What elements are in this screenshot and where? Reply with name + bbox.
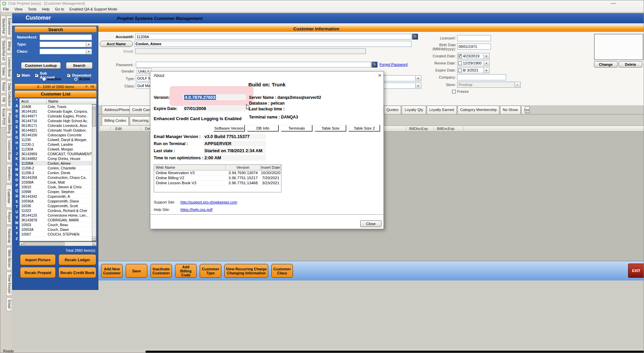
freeze-checkbox[interactable]: Freeze — [452, 89, 469, 93]
tab-billing-codes[interactable]: Billing Codes — [102, 116, 129, 126]
type-select[interactable]: ▼ — [40, 42, 92, 47]
alpha-u[interactable]: U — [16, 211, 18, 214]
customer-row[interactable]: 36144821Colorado Youth Outdoor. — [20, 128, 92, 133]
forgot-password-link[interactable]: Forgot Password — [379, 62, 407, 66]
toolbar-customer-type[interactable]: Customer Type — [200, 264, 221, 278]
customer-row[interactable]: 10998Cooper, Stephen — [20, 189, 92, 194]
checkbox-icon[interactable] — [35, 74, 39, 77]
gender-select[interactable]: Unkr ▼ — [137, 68, 151, 74]
alpha-a[interactable]: A — [16, 104, 18, 108]
alpha-t[interactable]: T — [16, 205, 18, 209]
customer-row[interactable]: 11208AConlon, Aimee — [20, 161, 92, 166]
alpha-o[interactable]: O — [16, 179, 18, 182]
radio-icon[interactable] — [42, 77, 46, 81]
scroll-right-icon[interactable]: ► — [92, 242, 96, 246]
sidebar-tab-lesson-book[interactable]: Lesson Book — [6, 138, 11, 163]
import-picture-button[interactable]: Import Picture — [20, 254, 56, 265]
company-input[interactable] — [457, 74, 506, 80]
sidebar-tab-starterhut-v3[interactable]: StarterHut v3 — [1, 38, 6, 63]
acct-name-button[interactable]: Acct Name — [100, 41, 133, 47]
customer-row[interactable]: 36144181Colorado Eagle, Corpora. — [20, 109, 92, 114]
sidebar-tab-fb[interactable]: FB — [1, 95, 6, 105]
chevron-down-icon[interactable]: ▼ — [86, 49, 91, 54]
sidebar-tab-starterhut[interactable]: StarterHut — [1, 16, 6, 36]
tab-category-membership[interactable]: Category Membership — [457, 106, 499, 114]
customer-row[interactable]: 11023Cordova, Richard & Cher — [20, 208, 92, 213]
close-button[interactable]: Close — [360, 220, 381, 227]
customer-row[interactable]: 36144892Comp Drinks, House — [20, 156, 92, 161]
customer-row[interactable]: 10610Cook, Steven & Chris — [20, 185, 92, 189]
active-radio[interactable]: Active — [74, 77, 90, 81]
alpha-h[interactable]: H — [16, 141, 18, 145]
birth-date-input[interactable]: 09/01/1971 — [457, 44, 491, 50]
alpha-i[interactable]: I — [16, 147, 17, 150]
checkbox-icon[interactable] — [67, 74, 71, 77]
sidebar-tab-extensions[interactable]: Extensions — [6, 16, 11, 37]
alpha-m[interactable]: M — [15, 168, 18, 171]
alpha-p[interactable]: P — [16, 184, 18, 187]
pager-last-icon[interactable]: >| — [90, 84, 94, 88]
toolbar-inactivate-customer[interactable]: Inactivate Customer — [150, 264, 172, 278]
sidebar-tab-customer[interactable]: Customer — [6, 185, 11, 208]
h-scrollbar[interactable]: ◄ ► — [19, 242, 97, 246]
alpha-s[interactable]: S — [16, 200, 18, 203]
acct-column-header[interactable]: Acct — [20, 99, 47, 104]
customer-row[interactable]: 11230-1Colwell, Landrie — [20, 142, 92, 147]
sidebar-tab-data-collection[interactable]: Data Collection — [6, 81, 11, 109]
checkbox-icon[interactable] — [458, 69, 462, 72]
store-select[interactable]: Proshop ▼ — [457, 82, 521, 88]
menu-tools[interactable]: Tools — [28, 7, 36, 11]
chevron-down-icon[interactable]: ▼ — [484, 61, 489, 65]
tab-quotes[interactable]: Quotes — [384, 106, 401, 114]
name-acct-input[interactable] — [40, 34, 92, 40]
change-photo-button[interactable]: Change — [594, 61, 618, 67]
sidebar-tab-email[interactable]: Email — [6, 297, 11, 311]
alpha-q[interactable]: Q — [16, 189, 18, 193]
edit-pencil-icon[interactable]: ✎ — [372, 62, 377, 67]
scroll-thumb[interactable] — [92, 109, 96, 127]
customer-row[interactable]: 10503Couch, Beau — [20, 222, 92, 227]
customer-row[interactable]: 36143878CORRIGAN, MARK — [20, 218, 92, 222]
customer-row[interactable]: 36145171Colorado Livestock, Assc — [20, 123, 92, 128]
chevron-down-icon[interactable]: ▼ — [415, 76, 421, 81]
customer-row[interactable]: 36144342Copersmith, A — [20, 194, 92, 199]
customer-row[interactable]: 36144125Cornerstone Home, Len... — [20, 213, 92, 218]
menu-file[interactable]: File — [3, 7, 9, 11]
pager-next-icon[interactable]: > — [85, 84, 88, 88]
customer-row[interactable]: 11230AColwell, Morgan — [20, 147, 92, 152]
password-input[interactable] — [136, 62, 371, 67]
about-tab-software-version[interactable]: Software Version — [214, 125, 245, 132]
toolbar-save[interactable]: Save — [126, 264, 147, 278]
toolbar-view-recurring-charge-changing-information[interactable]: View Recurring Charge Changing Informati… — [224, 264, 268, 278]
toolbar-add-new-customer[interactable]: Add New Customer — [101, 264, 123, 278]
menu-enabled-qa-support-mode[interactable]: Enabled QA & Support Mode — [70, 7, 117, 11]
sidebar-tab-handicap[interactable]: Handicap — [6, 226, 11, 246]
customer-row[interactable]: 11230Colwell, Daryll & Morgan — [20, 137, 92, 142]
class-select[interactable]: ▼ — [40, 49, 92, 54]
checkbox-icon[interactable] — [458, 61, 462, 65]
delete-photo-button[interactable]: Delete — [619, 61, 642, 67]
menu-go-to[interactable]: Go to — [55, 7, 64, 11]
radio-selected-icon[interactable] — [74, 77, 78, 81]
checkbox-icon[interactable] — [17, 74, 20, 77]
about-tab-db-info[interactable]: DB Info — [247, 125, 279, 132]
help-site-link[interactable]: https://help.cps.golf — [180, 208, 213, 212]
tab-loyalty-earned[interactable]: Loyalty Earned — [427, 106, 457, 114]
chevron-down-icon[interactable]: ▼ — [415, 83, 421, 88]
alpha-e[interactable]: E — [16, 126, 18, 129]
tab-smart[interactable]: Smart — [521, 106, 525, 114]
alpha-z[interactable]: Z — [16, 237, 18, 241]
customer-row[interactable]: 10408Cole, Travis — [20, 104, 92, 109]
customer-row[interactable]: 10036ACoppersmith, Diane — [20, 199, 92, 203]
filter-main[interactable]: Main — [17, 71, 30, 79]
tab-scroll-icon[interactable]: ◄► — [525, 106, 530, 113]
sidebar-tab-sales[interactable]: Sales — [1, 64, 6, 78]
scroll-down-icon[interactable]: ▼ — [92, 237, 96, 241]
recalc-prepaid-button[interactable]: Recalc Prepaid — [20, 267, 56, 278]
alpha-j[interactable]: J — [16, 152, 18, 156]
alpha-x[interactable]: X — [16, 226, 18, 230]
alpha-w[interactable]: W — [15, 221, 18, 225]
account-input[interactable]: 11208A — [135, 34, 412, 39]
alpha-y[interactable]: Y — [16, 232, 18, 235]
created-date-picker[interactable]: 4/23/2019 ▼ — [457, 53, 490, 59]
